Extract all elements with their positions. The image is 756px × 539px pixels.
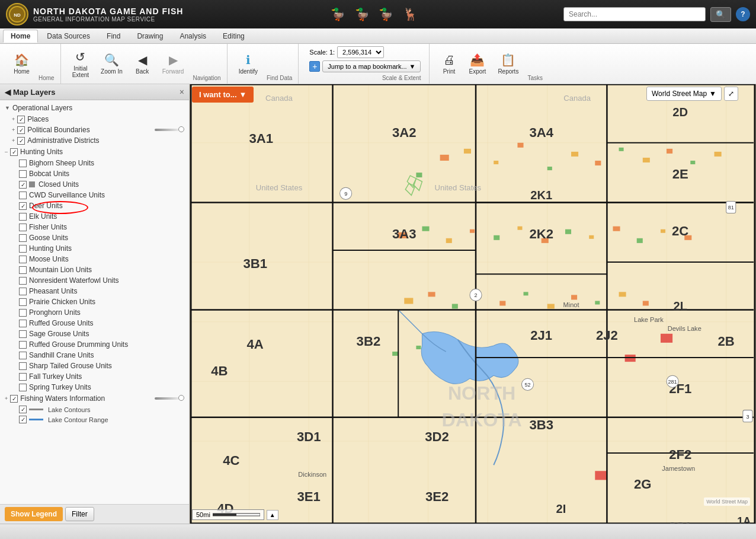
print-button[interactable]: 🖨 Print (435, 49, 462, 79)
layer-elk[interactable]: Elk Units (0, 211, 189, 222)
layer-political-boundaries[interactable]: + Political Boundaries (0, 125, 189, 135)
pheasant-checkbox[interactable] (19, 288, 27, 295)
lake-contours-checkbox[interactable] (19, 406, 27, 413)
initial-extent-button[interactable]: ↺ InitialExtent (67, 49, 94, 79)
sage-grouse-checkbox[interactable] (19, 330, 27, 338)
lake-contour-range-checkbox[interactable] (19, 416, 27, 423)
ruffed-grouse-checkbox[interactable] (19, 320, 27, 327)
layer-prairie-chicken[interactable]: Prairie Chicken Units (0, 296, 189, 307)
basemap-selector[interactable]: World Street Map ▼ (646, 87, 722, 101)
bighorn-checkbox[interactable] (19, 160, 27, 167)
layer-lake-contour-range[interactable]: Lake Contour Range (0, 414, 189, 425)
identify-label: Identify (239, 68, 258, 75)
fullscreen-icon: ⤢ (728, 90, 734, 98)
sidebar-header: ◀ Map Layers × (0, 84, 189, 100)
deer-checkbox[interactable] (19, 202, 27, 210)
fishing-waters-group[interactable]: + Fishing Waters Information (0, 393, 189, 404)
identify-button[interactable]: ℹ Identify (233, 49, 263, 79)
layer-fisher[interactable]: Fisher Units (0, 222, 189, 232)
layer-goose[interactable]: Goose Units (0, 232, 189, 243)
sandhill-crane-checkbox[interactable] (19, 352, 27, 359)
hunting-units-checkbox[interactable] (10, 148, 18, 156)
bobcat-checkbox[interactable] (19, 170, 27, 178)
cwd-checkbox[interactable] (19, 192, 27, 199)
fishing-checkbox[interactable] (10, 395, 18, 403)
pronghorn-checkbox[interactable] (19, 309, 27, 317)
admin-label: Administrative Districts (27, 136, 99, 145)
reports-button[interactable]: 📋 Reports (492, 49, 524, 79)
goose-checkbox[interactable] (19, 234, 27, 242)
fall-turkey-label: Fall Turkey Units (29, 372, 82, 381)
bookmark-button[interactable]: Jump to a map bookmark... ▼ (322, 60, 421, 72)
forward-button[interactable]: ▶ Forward (157, 49, 190, 79)
svg-text:Devils Lake: Devils Lake (668, 325, 701, 332)
layer-places[interactable]: + Places (0, 114, 189, 125)
closed-checkbox[interactable] (19, 181, 27, 189)
fall-turkey-checkbox[interactable] (19, 373, 27, 381)
scale-select[interactable]: 2,596,314 (337, 46, 384, 58)
layer-nonresident-waterfowl[interactable]: Nonresident Waterfowl Units (0, 275, 189, 286)
layer-ruffed-grouse[interactable]: Ruffed Grouse Units (0, 318, 189, 328)
fullscreen-button[interactable]: ⤢ (724, 87, 738, 101)
hunting-units-group[interactable]: – Hunting Units (0, 146, 189, 158)
layer-admin-districts[interactable]: + Administrative Districts (0, 135, 189, 146)
ruffed-grouse-drumming-checkbox[interactable] (19, 341, 27, 349)
layer-moose[interactable]: Moose Units (0, 254, 189, 264)
layer-sage-grouse[interactable]: Sage Grouse Units (0, 328, 189, 339)
home-button[interactable]: 🏠 Home (8, 49, 35, 79)
operational-layers-header[interactable]: ▼ Operational Layers (0, 102, 189, 114)
svg-text:Canada: Canada (265, 94, 293, 103)
menu-tab-home[interactable]: Home (3, 30, 38, 43)
layer-ruffed-grouse-drumming[interactable]: Ruffed Grouse Drumming Units (0, 339, 189, 350)
fishing-opacity-slider[interactable] (155, 397, 184, 400)
spring-turkey-checkbox[interactable] (19, 384, 27, 391)
places-checkbox[interactable] (17, 116, 25, 123)
fisher-checkbox[interactable] (19, 224, 27, 231)
layer-spring-turkey[interactable]: Spring Turkey Units (0, 382, 189, 393)
toolbar-home-group: 🏠 Home Home (5, 44, 61, 84)
hunting-checkbox[interactable] (19, 245, 27, 253)
layer-pronghorn[interactable]: Pronghorn Units (0, 307, 189, 318)
admin-checkbox[interactable] (17, 137, 25, 145)
layer-sharp-tailed-grouse[interactable]: Sharp Tailed Grouse Units (0, 361, 189, 371)
nonresident-checkbox[interactable] (19, 277, 27, 285)
zoom-in-button[interactable]: 🔍 Zoom In (95, 49, 128, 79)
layer-sandhill-crane[interactable]: Sandhill Crane Units (0, 350, 189, 361)
svg-rect-54 (643, 301, 649, 305)
elk-checkbox[interactable] (19, 213, 27, 221)
layer-deer-units[interactable]: Deer Units (0, 200, 189, 211)
layer-hunting[interactable]: Hunting Units (0, 243, 189, 254)
menu-tab-analysis[interactable]: Analysis (172, 30, 214, 43)
sharp-tailed-checkbox[interactable] (19, 362, 27, 370)
layer-fall-turkey[interactable]: Fall Turkey Units (0, 371, 189, 382)
i-want-button[interactable]: I want to... ▼ (192, 87, 254, 103)
mountain-lion-checkbox[interactable] (19, 266, 27, 274)
moose-checkbox[interactable] (19, 256, 27, 263)
map-area[interactable]: 3A1 3A2 3A4 2D 2E 2C 3B1 3A3 2K2 2K1 2L … (190, 84, 756, 524)
prairie-chicken-checkbox[interactable] (19, 298, 27, 306)
layer-lake-contours[interactable]: Lake Contours (0, 404, 189, 414)
menu-tab-find[interactable]: Find (99, 30, 128, 43)
scale-expand-button[interactable]: ▲ (267, 510, 278, 520)
layer-pheasant[interactable]: Pheasant Units (0, 286, 189, 296)
search-button[interactable]: 🔍 (710, 7, 731, 22)
layer-cwd[interactable]: CWD Surveillance Units (0, 190, 189, 200)
help-button[interactable]: ? (736, 7, 750, 21)
sidebar-content[interactable]: ▼ Operational Layers + Places + Politica… (0, 100, 189, 504)
plus-button[interactable]: + (309, 61, 320, 72)
political-checkbox[interactable] (17, 126, 25, 134)
export-button[interactable]: 📤 Export (463, 49, 491, 79)
menu-tab-drawing[interactable]: Drawing (129, 30, 171, 43)
menu-tab-editing[interactable]: Editing (215, 30, 252, 43)
political-opacity-slider[interactable] (155, 129, 184, 131)
menu-tab-data-sources[interactable]: Data Sources (39, 30, 98, 43)
back-button[interactable]: ◀ Back (129, 49, 156, 79)
sidebar-close-button[interactable]: × (180, 87, 184, 97)
filter-button[interactable]: Filter (65, 507, 94, 521)
layer-closed[interactable]: Closed Units (0, 179, 189, 190)
layer-bobcat[interactable]: Bobcat Units (0, 168, 189, 179)
show-legend-button[interactable]: Show Legend (5, 507, 63, 521)
layer-bighorn[interactable]: Bighorn Sheep Units (0, 158, 189, 168)
search-input[interactable] (563, 7, 706, 21)
layer-mountain-lion[interactable]: Mountain Lion Units (0, 264, 189, 275)
